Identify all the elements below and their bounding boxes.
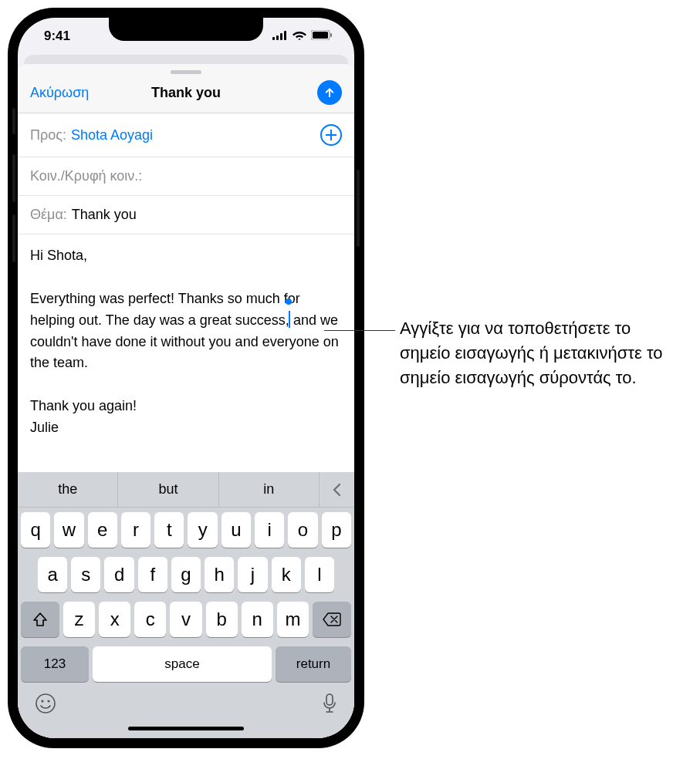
key-row-3: z x c v b n m: [18, 597, 354, 642]
plus-icon: [326, 130, 336, 140]
svg-rect-0: [272, 37, 275, 40]
battery-icon: [311, 29, 333, 44]
mute-switch: [12, 108, 15, 134]
key-c[interactable]: c: [134, 602, 166, 637]
home-indicator[interactable]: [128, 727, 244, 730]
svg-rect-10: [326, 694, 333, 705]
key-o[interactable]: o: [288, 512, 317, 548]
key-row-1: q w e r t y u i o p: [18, 508, 354, 552]
send-button[interactable]: [317, 80, 342, 105]
key-a[interactable]: a: [38, 557, 67, 592]
email-body[interactable]: Hi Shota, Everything was perfect! Thanks…: [18, 234, 354, 472]
notch: [109, 18, 263, 41]
suggestion-1[interactable]: the: [18, 472, 117, 507]
key-r[interactable]: r: [121, 512, 150, 548]
key-z[interactable]: z: [63, 602, 95, 637]
key-j[interactable]: j: [238, 557, 267, 592]
key-b[interactable]: b: [206, 602, 238, 637]
dictation-button[interactable]: [322, 693, 337, 717]
subject-value: Thank you: [72, 207, 137, 223]
key-u[interactable]: u: [221, 512, 251, 548]
svg-rect-5: [313, 32, 328, 39]
to-field[interactable]: Προς: Shota Aoyagi: [18, 113, 354, 157]
space-key[interactable]: space: [93, 646, 272, 682]
suggestion-3[interactable]: in: [218, 472, 319, 507]
iphone-frame: 9:41 Ακύρωση Thank you: [8, 8, 364, 748]
svg-point-9: [47, 700, 49, 702]
body-text-before: Everything was perfect! Thanks so much f…: [30, 291, 304, 328]
keyboard: the but in q w e r t y u i o: [18, 472, 354, 738]
key-row-2: a s d f g h j k l: [18, 552, 354, 597]
cursor-lollipop[interactable]: [286, 299, 292, 305]
key-y[interactable]: y: [188, 512, 217, 548]
suggestion-collapse-button[interactable]: [319, 472, 354, 507]
side-button: [357, 170, 360, 247]
emoji-icon: [35, 693, 56, 714]
suggestion-bar: the but in: [18, 472, 354, 508]
key-k[interactable]: k: [272, 557, 301, 592]
cellular-icon: [272, 29, 288, 44]
numbers-key[interactable]: 123: [21, 646, 89, 682]
cancel-button[interactable]: Ακύρωση: [30, 85, 89, 101]
key-g[interactable]: g: [171, 557, 201, 592]
to-label: Προς:: [30, 127, 66, 143]
suggestion-2[interactable]: but: [117, 472, 218, 507]
chevron-left-icon: [332, 483, 341, 497]
return-key[interactable]: return: [276, 646, 351, 682]
key-f[interactable]: f: [138, 557, 167, 592]
to-recipient[interactable]: Shota Aoyagi: [71, 127, 153, 143]
subject-field[interactable]: Θέμα: Thank you: [18, 196, 354, 234]
body-signature: Julie: [30, 420, 59, 435]
key-t[interactable]: t: [154, 512, 184, 548]
body-greeting: Hi Shota,: [30, 248, 87, 263]
key-l[interactable]: l: [305, 557, 334, 592]
key-i[interactable]: i: [255, 512, 284, 548]
key-v[interactable]: v: [170, 602, 201, 637]
status-time: 9:41: [44, 29, 70, 44]
sheet-grabber[interactable]: [171, 70, 201, 74]
screen: 9:41 Ακύρωση Thank you: [18, 18, 354, 738]
key-e[interactable]: e: [88, 512, 117, 548]
key-s[interactable]: s: [71, 557, 100, 592]
key-w[interactable]: w: [54, 512, 83, 548]
shift-key[interactable]: [21, 602, 59, 637]
svg-rect-6: [330, 33, 332, 37]
key-n[interactable]: n: [242, 602, 273, 637]
key-p[interactable]: p: [322, 512, 351, 548]
subject-label: Θέμα:: [30, 207, 67, 223]
backspace-icon: [323, 612, 341, 626]
mic-icon: [322, 693, 337, 714]
emoji-button[interactable]: [35, 693, 56, 717]
backspace-key[interactable]: [313, 602, 351, 637]
shift-icon: [32, 612, 48, 627]
svg-rect-1: [276, 35, 279, 40]
callout-text: Αγγίξτε για να τοποθετήσετε το σημείο ει…: [400, 316, 685, 390]
add-recipient-button[interactable]: [320, 124, 342, 146]
header-fields: Προς: Shota Aoyagi Κοιν./Κρυφή κοιν.: Θέ…: [18, 113, 354, 234]
ccbcc-label: Κοιν./Κρυφή κοιν.:: [30, 168, 142, 184]
svg-rect-3: [284, 31, 286, 40]
key-h[interactable]: h: [205, 557, 234, 592]
key-x[interactable]: x: [99, 602, 130, 637]
svg-rect-2: [280, 33, 282, 40]
wifi-icon: [293, 29, 306, 44]
key-row-4: 123 space return: [18, 642, 354, 686]
volume-up-button: [12, 154, 15, 202]
volume-down-button: [12, 214, 15, 262]
callout-leader-line: [324, 330, 395, 331]
key-m[interactable]: m: [277, 602, 309, 637]
keyboard-bottom-row: [18, 686, 354, 720]
arrow-up-icon: [323, 86, 336, 100]
svg-point-7: [36, 694, 55, 713]
key-d[interactable]: d: [104, 557, 134, 592]
ccbcc-field[interactable]: Κοιν./Κρυφή κοιν.:: [18, 157, 354, 196]
nav-bar: Ακύρωση Thank you: [18, 77, 354, 113]
key-q[interactable]: q: [21, 512, 50, 548]
compose-sheet: Ακύρωση Thank you Προς: Shota Aoyagi Κοι…: [18, 64, 354, 738]
body-thanks: Thank you again!: [30, 398, 137, 413]
svg-point-8: [41, 700, 43, 702]
